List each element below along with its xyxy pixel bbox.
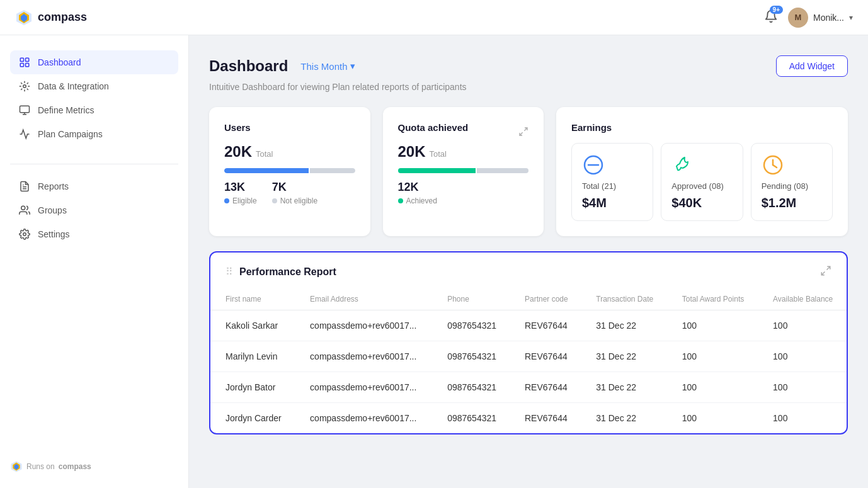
sidebar-footer: Runs on compass [10, 450, 178, 473]
add-widget-button[interactable]: Add Widget [776, 55, 848, 77]
quota-expand-icon[interactable] [518, 127, 528, 139]
achieved-stat: 12K Achieved [398, 181, 437, 205]
table-cell: REV67644 [510, 341, 581, 372]
users-bar [224, 168, 355, 173]
sidebar-item-label: Settings [38, 229, 70, 239]
table-cell: compassdemo+rev60017... [295, 372, 432, 403]
pending-icon [762, 154, 784, 176]
performance-table: First name Email Address Phone Partner c… [210, 288, 847, 433]
eligible-count: 13K [224, 181, 257, 194]
chevron-down-icon: ▾ [849, 13, 853, 22]
table-cell: REV67644 [510, 403, 581, 434]
sidebar-divider [10, 164, 178, 164]
runs-on-label: Runs on [26, 462, 55, 471]
earnings-grid: Total (21) $4M Approved (08) $40K [571, 143, 833, 221]
table-cell: 0987654321 [432, 310, 510, 341]
col-transaction-date: Transaction Date [581, 288, 666, 310]
table-row: Jordyn Cardercompassdemo+rev60017...0987… [210, 403, 847, 434]
col-first-name: First name [210, 288, 295, 310]
quota-total-number: 20K [398, 143, 426, 161]
sidebar-item-data-integration[interactable]: Data & Integration [10, 74, 178, 98]
sidebar-item-groups[interactable]: Groups [10, 198, 178, 222]
app-name: compass [38, 11, 87, 24]
sidebar-item-label: Plan Campaigns [38, 129, 103, 139]
table-cell: REV67644 [510, 310, 581, 341]
table-cell: 100 [758, 341, 847, 372]
quota-card: Quota achieved 20K Total [383, 107, 544, 236]
logo[interactable]: compass [15, 9, 87, 26]
table-cell: 100 [758, 310, 847, 341]
table-cell: 31 Dec 22 [581, 310, 666, 341]
page-title: Dashboard [209, 57, 288, 75]
svg-line-24 [821, 272, 825, 275]
sidebar-item-define-metrics[interactable]: Define Metrics [10, 98, 178, 122]
total-icon [582, 154, 605, 176]
table-cell: compassdemo+rev60017... [295, 310, 432, 341]
table-cell: 100 [667, 341, 758, 372]
sidebar-item-dashboard[interactable]: Dashboard [10, 50, 178, 74]
quota-bar [398, 168, 529, 173]
drag-handle-icon[interactable]: ⠿ [226, 266, 233, 278]
table-head: First name Email Address Phone Partner c… [210, 288, 847, 310]
sidebar-item-plan-campaigns[interactable]: Plan Campaigns [10, 122, 178, 146]
notifications-button[interactable]: 9+ [764, 9, 778, 25]
table-cell: 31 Dec 22 [581, 341, 666, 372]
not-eligible-label: Not eligible [272, 196, 317, 205]
achieved-bar [398, 168, 476, 173]
sidebar-item-label: Groups [38, 205, 67, 215]
sidebar-item-label: Dashboard [38, 57, 81, 67]
table-cell: Kakoli Sarkar [210, 310, 295, 341]
users-card: Users 20K Total 13K Eligible [209, 107, 370, 236]
runs-on-brand: compass [59, 462, 91, 471]
performance-report-title: Performance Report [239, 266, 336, 278]
quota-card-title: Quota achieved [398, 122, 469, 133]
earnings-total-item: Total (21) $4M [571, 143, 653, 221]
users-card-title: Users [224, 122, 355, 133]
eligible-label: Eligible [224, 196, 257, 205]
achieved-dot [398, 198, 403, 203]
quota-card-header: Quota achieved [398, 122, 529, 143]
avatar: M [788, 8, 808, 28]
achieved-label: Achieved [398, 196, 437, 205]
month-selector[interactable]: This Month ▾ [295, 58, 360, 74]
svg-point-7 [23, 85, 26, 88]
earnings-approved-label: Approved (08) [671, 181, 723, 191]
user-menu-button[interactable]: M Monik... ▾ [788, 8, 853, 28]
users-total-number: 20K [224, 143, 252, 161]
sidebar-item-settings[interactable]: Settings [10, 222, 178, 246]
table-cell: REV67644 [510, 372, 581, 403]
not-eligible-dot [272, 198, 277, 203]
notifications-badge: 9+ [770, 6, 783, 14]
table-cell: 100 [758, 403, 847, 434]
eligible-bar [224, 168, 309, 173]
table-cell: 0987654321 [432, 341, 510, 372]
approved-icon [671, 154, 694, 176]
svg-line-16 [524, 128, 527, 131]
table-cell: Marilyn Levin [210, 341, 295, 372]
table-row: Kakoli Sarkarcompassdemo+rev60017...0987… [210, 310, 847, 341]
sidebar-secondary-section: Reports Groups Settings [10, 174, 178, 246]
sidebar-item-label: Reports [38, 181, 69, 191]
svg-point-11 [21, 206, 25, 210]
table-cell: 0987654321 [432, 403, 510, 434]
svg-rect-4 [26, 58, 29, 61]
quota-sub-stats: 12K Achieved [398, 181, 529, 205]
eligible-stat: 13K Eligible [224, 181, 257, 205]
sidebar-main-section: Dashboard Data & Integration Define Metr… [10, 50, 178, 146]
users-total-label: Total [256, 149, 273, 159]
svg-point-12 [23, 233, 26, 236]
earnings-approved-amount: $40K [671, 196, 702, 210]
perf-expand-icon[interactable] [820, 265, 831, 278]
earnings-approved-item: Approved (08) $40K [661, 143, 743, 221]
sidebar-item-reports[interactable]: Reports [10, 174, 178, 198]
table-cell: 100 [667, 372, 758, 403]
earnings-card: Earnings Total (21) $4M [556, 107, 848, 236]
earnings-pending-label: Pending (08) [762, 181, 808, 191]
col-award-points: Total Award Points [667, 288, 758, 310]
svg-rect-3 [20, 58, 23, 61]
topnav-right: 9+ M Monik... ▾ [764, 8, 853, 28]
table-cell: Jordyn Bator [210, 372, 295, 403]
earnings-total-amount: $4M [582, 196, 607, 210]
eligible-dot [224, 198, 229, 203]
svg-rect-6 [26, 64, 29, 67]
